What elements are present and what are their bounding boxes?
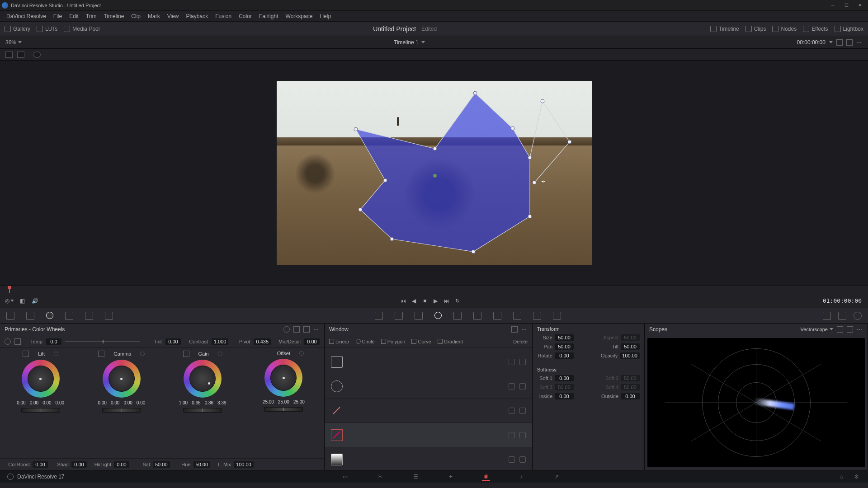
keyframes-icon[interactable]: [823, 312, 831, 320]
hdr-icon[interactable]: [65, 312, 73, 320]
warper-icon[interactable]: [395, 312, 403, 320]
scope-layout-icon[interactable]: [837, 326, 843, 333]
scopes-icon[interactable]: [838, 312, 846, 320]
maximize-button[interactable]: ☐: [840, 1, 853, 9]
menu-playback[interactable]: Playback: [182, 12, 212, 20]
home-settings-icon[interactable]: ⌂: [837, 473, 845, 481]
size-value[interactable]: 50.00: [555, 334, 574, 341]
hue-value[interactable]: 50.00: [193, 461, 211, 468]
home-icon[interactable]: [7, 474, 14, 480]
gain-wheel[interactable]: [184, 360, 222, 398]
qualifier-palette-icon[interactable]: [415, 312, 423, 320]
audio-icon[interactable]: 🔊: [32, 298, 38, 304]
qualifier-icon[interactable]: [33, 52, 41, 58]
timecode[interactable]: 00:00:00:00: [797, 39, 826, 46]
invert-icon[interactable]: [509, 432, 515, 438]
project-settings-icon[interactable]: ⚙: [853, 473, 861, 481]
tint-value[interactable]: 0.00: [165, 338, 181, 345]
menu-fusion[interactable]: Fusion: [212, 12, 235, 20]
gamma-master-slider[interactable]: [102, 408, 141, 413]
scope-expand-icon[interactable]: [847, 326, 853, 333]
bars-mode-icon[interactable]: [293, 326, 300, 333]
picker-icon[interactable]: [14, 338, 21, 345]
wheels-icon[interactable]: [46, 312, 53, 319]
menu-view[interactable]: View: [164, 12, 183, 20]
gamma-yrgb-icon[interactable]: [98, 351, 104, 357]
polygon-tool[interactable]: Polygon: [381, 339, 406, 344]
sizing-icon[interactable]: [533, 312, 541, 320]
lift-yrgb-icon[interactable]: [23, 351, 29, 357]
wheels-mode-icon[interactable]: [283, 326, 290, 333]
menu-mark[interactable]: Mark: [144, 12, 164, 20]
stop-icon[interactable]: ■: [422, 298, 428, 304]
window-palette-icon[interactable]: [434, 312, 442, 319]
deliver-page-icon[interactable]: ↗: [552, 473, 561, 481]
soft4-value[interactable]: 50.00: [621, 384, 640, 390]
lmix-value[interactable]: 100.00: [234, 461, 254, 468]
menu-davinci[interactable]: DaVinci Resolve: [3, 12, 50, 20]
gain-reset-icon[interactable]: [218, 352, 222, 356]
offset-master-slider[interactable]: [264, 407, 303, 412]
bypass-icon[interactable]: ◎: [6, 298, 13, 304]
curve-tool[interactable]: Curve: [411, 339, 431, 344]
record-timecode[interactable]: 01:00:00:00: [823, 297, 862, 304]
zoom-dropdown[interactable]: 36%: [5, 39, 22, 46]
mediapool-button[interactable]: Media Pool: [64, 26, 99, 32]
menu-workspace[interactable]: Workspace: [282, 12, 316, 20]
gallery-button[interactable]: Gallery: [5, 26, 30, 32]
opacity-value[interactable]: 100.00: [620, 352, 640, 359]
temp-slider[interactable]: [65, 341, 140, 342]
menu-clip[interactable]: Clip: [127, 12, 144, 20]
scrubber[interactable]: [0, 286, 868, 294]
window-options-icon[interactable]: ⋯: [521, 326, 528, 333]
gradient-tool[interactable]: Gradient: [438, 339, 463, 344]
hilight-value[interactable]: 0.00: [114, 461, 129, 468]
camera-raw-icon[interactable]: [6, 312, 14, 320]
split-mode-icon[interactable]: [17, 52, 24, 58]
contrast-value[interactable]: 1.000: [212, 338, 229, 345]
gain-yrgb-icon[interactable]: [183, 351, 189, 357]
image-mode-icon[interactable]: [5, 52, 13, 58]
primaries-options-icon[interactable]: ⋯: [313, 326, 320, 333]
clips-button[interactable]: Clips: [745, 26, 766, 32]
menu-help[interactable]: Help: [316, 12, 335, 20]
edit-page-icon[interactable]: ☰: [411, 473, 420, 481]
prev-clip-icon[interactable]: ⏮: [400, 298, 406, 304]
rotate-value[interactable]: 0.00: [555, 352, 574, 359]
lift-reset-icon[interactable]: [54, 352, 58, 356]
play-icon[interactable]: ▶: [433, 298, 439, 304]
pivot-value[interactable]: 0.435: [254, 338, 271, 345]
loop-icon[interactable]: ↻: [454, 298, 461, 304]
motion-effects-icon[interactable]: [105, 312, 113, 320]
colboost-value[interactable]: 0.00: [33, 461, 48, 468]
vectorscope[interactable]: [647, 338, 865, 467]
minimize-button[interactable]: ─: [826, 1, 839, 9]
window-row-curve[interactable]: [325, 399, 532, 423]
scope-options-icon[interactable]: ⋯: [857, 326, 863, 333]
invert-icon[interactable]: [509, 456, 515, 463]
3d-icon[interactable]: [553, 312, 561, 320]
menu-file[interactable]: File: [50, 12, 66, 20]
window-row-gradient[interactable]: [325, 447, 532, 470]
offset-reset-icon[interactable]: [299, 351, 304, 356]
timeline-button[interactable]: Timeline: [710, 26, 739, 32]
invert-icon[interactable]: [509, 383, 515, 389]
invert-icon[interactable]: [509, 408, 515, 414]
temp-value[interactable]: 0.0: [46, 338, 61, 345]
viewer[interactable]: ✒: [0, 61, 868, 286]
offset-wheel[interactable]: [264, 359, 302, 397]
window-row-linear[interactable]: [325, 350, 532, 374]
blur-icon[interactable]: [493, 312, 501, 320]
window-preset-icon[interactable]: [511, 326, 518, 333]
sat-value[interactable]: 50.00: [153, 461, 170, 468]
rgb-mixer-icon[interactable]: [85, 312, 93, 320]
aspect-value[interactable]: 50.00: [621, 334, 640, 341]
menu-timeline[interactable]: Timeline: [100, 12, 127, 20]
lightbox-button[interactable]: Lightbox: [835, 26, 863, 32]
next-clip-icon[interactable]: ⏭: [443, 298, 450, 304]
fullscreen-icon[interactable]: [846, 39, 853, 46]
close-button[interactable]: ✕: [854, 1, 866, 9]
curves-icon[interactable]: [375, 312, 383, 320]
nodes-button[interactable]: Nodes: [772, 26, 797, 32]
gamma-wheel[interactable]: [103, 360, 141, 398]
